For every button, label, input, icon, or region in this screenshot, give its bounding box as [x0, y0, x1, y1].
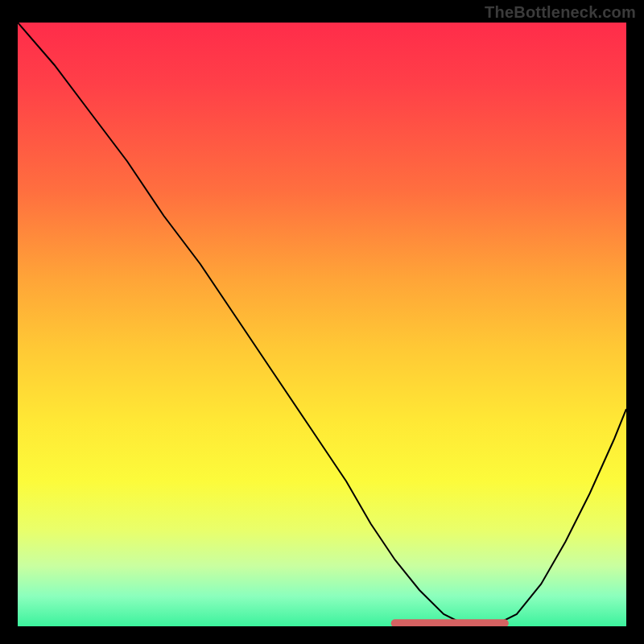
chart-frame: TheBottleneck.com	[0, 0, 644, 644]
watermark-text: TheBottleneck.com	[485, 3, 636, 22]
plot-area	[18, 23, 626, 626]
curve-layer	[18, 23, 626, 626]
bottleneck-curve	[18, 23, 626, 626]
